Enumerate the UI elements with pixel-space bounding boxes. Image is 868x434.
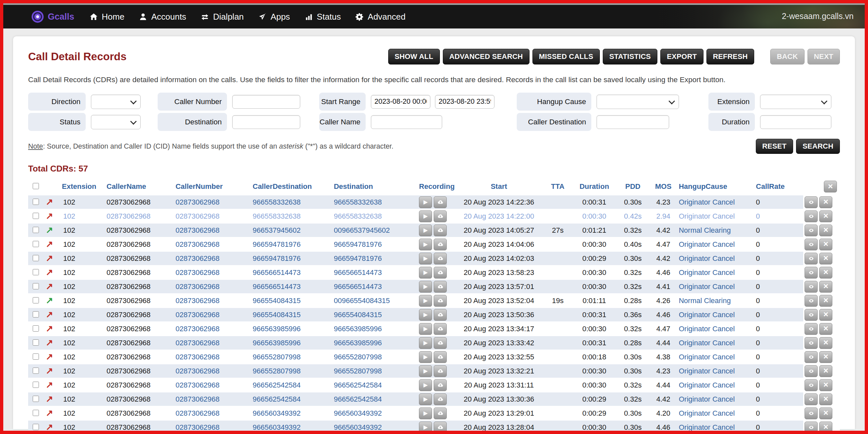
hangup-cause-link[interactable]: Originator Cancel	[679, 367, 735, 375]
row-checkbox[interactable]	[33, 199, 39, 205]
destination-link[interactable]: 966552807998	[334, 353, 382, 361]
caller-number-link[interactable]: 02873062968	[176, 325, 220, 333]
view-call-button[interactable]	[805, 394, 818, 405]
caller-destination-link[interactable]: 966554084315	[253, 296, 301, 305]
delete-call-button[interactable]: ×	[819, 196, 832, 208]
caller-number-link[interactable]: 02873062968	[176, 339, 220, 347]
close-column-button[interactable]: ×	[824, 181, 837, 193]
statistics-button[interactable]: STATISTICS	[603, 49, 657, 64]
search-button[interactable]: SEARCH	[796, 139, 840, 154]
delete-call-button[interactable]: ×	[819, 267, 832, 279]
play-recording-button[interactable]: ▶	[419, 394, 432, 405]
view-call-button[interactable]	[805, 365, 818, 377]
delete-call-button[interactable]: ×	[819, 295, 832, 307]
play-recording-button[interactable]: ▶	[419, 365, 432, 377]
col-duration[interactable]: Duration	[572, 178, 617, 195]
destination-link[interactable]: 966562542584	[334, 381, 382, 389]
nav-item-dialplan[interactable]: Dialplan	[200, 12, 244, 22]
download-recording-button[interactable]	[434, 422, 447, 433]
caller-number-link[interactable]: 02873062968	[176, 254, 220, 262]
row-checkbox[interactable]	[33, 255, 39, 261]
col-recording[interactable]: Recording	[417, 178, 454, 195]
hangup-cause-link[interactable]: Originator Cancel	[679, 339, 735, 347]
destination-link[interactable]: 966558332638	[334, 198, 382, 206]
destination-input[interactable]	[232, 115, 300, 129]
col-pdd[interactable]: PDD	[617, 178, 649, 195]
hangup-cause-link[interactable]: Originator Cancel	[679, 254, 735, 262]
delete-call-button[interactable]: ×	[819, 422, 832, 433]
play-recording-button[interactable]: ▶	[419, 225, 432, 236]
delete-call-button[interactable]: ×	[819, 351, 832, 363]
caller-destination-link[interactable]: 966554084315	[253, 311, 301, 319]
extension-select[interactable]	[760, 94, 831, 109]
play-recording-button[interactable]: ▶	[419, 407, 432, 419]
caller-destination-link[interactable]: 966566514473	[253, 268, 301, 277]
destination-link[interactable]: 966560349392	[334, 423, 382, 431]
view-call-button[interactable]	[805, 239, 818, 250]
row-checkbox[interactable]	[33, 311, 39, 317]
view-call-button[interactable]	[805, 295, 818, 307]
hangup-cause-link[interactable]: Originator Cancel	[679, 240, 735, 249]
hangup-cause-link[interactable]: Originator Cancel	[679, 283, 735, 291]
row-checkbox[interactable]	[33, 353, 39, 360]
destination-link[interactable]: 00966554084315	[334, 296, 390, 305]
download-recording-button[interactable]	[434, 295, 447, 307]
view-call-button[interactable]	[805, 337, 818, 349]
hangup-cause-link[interactable]: Originator Cancel	[679, 409, 735, 417]
view-call-button[interactable]	[805, 379, 818, 391]
view-call-button[interactable]	[805, 407, 818, 419]
caller-number-link[interactable]: 02873062968	[176, 212, 220, 220]
hangup-cause-link[interactable]: Originator Cancel	[679, 325, 735, 333]
destination-link[interactable]: 966594781976	[334, 254, 382, 262]
hangup-cause-link[interactable]: Originator Cancel	[679, 311, 735, 319]
download-recording-button[interactable]	[434, 196, 447, 208]
hangup-cause-select[interactable]	[596, 94, 679, 109]
delete-call-button[interactable]: ×	[819, 407, 832, 419]
col-caller-name[interactable]: CallerName	[105, 178, 174, 195]
destination-link[interactable]: 966560349392	[334, 409, 382, 417]
caller-number-link[interactable]: 02873062968	[176, 283, 220, 291]
destination-link[interactable]: 966554084315	[334, 311, 382, 319]
missed-calls-button[interactable]: MISSED CALLS	[532, 49, 600, 64]
caller-destination-link[interactable]: 966552807998	[253, 353, 301, 361]
view-call-button[interactable]	[805, 267, 818, 279]
hangup-cause-link[interactable]: Originator Cancel	[679, 395, 735, 403]
status-select[interactable]	[91, 115, 141, 129]
advanced-search-button[interactable]: ADVANCED SEARCH	[443, 49, 529, 64]
view-call-button[interactable]	[805, 422, 818, 433]
col-tta[interactable]: TTA	[544, 178, 572, 195]
next-button[interactable]: NEXT	[807, 49, 840, 64]
caller-destination-link[interactable]: 966537945602	[253, 226, 301, 234]
delete-call-button[interactable]: ×	[819, 365, 832, 377]
caller-destination-link[interactable]: 966594781976	[253, 240, 301, 249]
download-recording-button[interactable]	[434, 281, 447, 293]
destination-link[interactable]: 966562542584	[334, 395, 382, 403]
nav-item-home[interactable]: Home	[89, 12, 124, 22]
caller-destination-link[interactable]: 966558332638	[253, 198, 301, 206]
view-call-button[interactable]	[805, 253, 818, 264]
play-recording-button[interactable]: ▶	[419, 253, 432, 264]
nav-item-apps[interactable]: Apps	[258, 12, 290, 22]
caller-destination-link[interactable]: 966562542584	[253, 395, 301, 403]
caller-number-link[interactable]: 02873062968	[176, 409, 220, 417]
view-call-button[interactable]	[805, 281, 818, 293]
play-recording-button[interactable]: ▶	[419, 267, 432, 279]
row-checkbox[interactable]	[33, 410, 39, 416]
row-checkbox[interactable]	[33, 396, 39, 402]
caller-number-link[interactable]: 02873062968	[176, 423, 220, 431]
brand-logo[interactable]: Gcalls	[31, 10, 74, 24]
hangup-cause-link[interactable]: Normal Clearing	[679, 226, 731, 234]
nav-item-status[interactable]: Status	[305, 12, 341, 22]
destination-link[interactable]: 966566514473	[334, 268, 382, 277]
play-recording-button[interactable]: ▶	[419, 422, 432, 433]
col-mos[interactable]: MOS	[649, 178, 678, 195]
col-destination[interactable]: Destination	[333, 178, 418, 195]
refresh-button[interactable]: REFRESH	[707, 49, 754, 64]
hangup-cause-link[interactable]: Originator Cancel	[679, 268, 735, 277]
download-recording-button[interactable]	[434, 365, 447, 377]
row-checkbox[interactable]	[33, 269, 39, 275]
view-call-button[interactable]	[805, 210, 818, 222]
caller-destination-link[interactable]: 966560349392	[253, 409, 301, 417]
view-call-button[interactable]	[805, 196, 818, 208]
hangup-cause-link[interactable]: Originator Cancel	[679, 353, 735, 361]
